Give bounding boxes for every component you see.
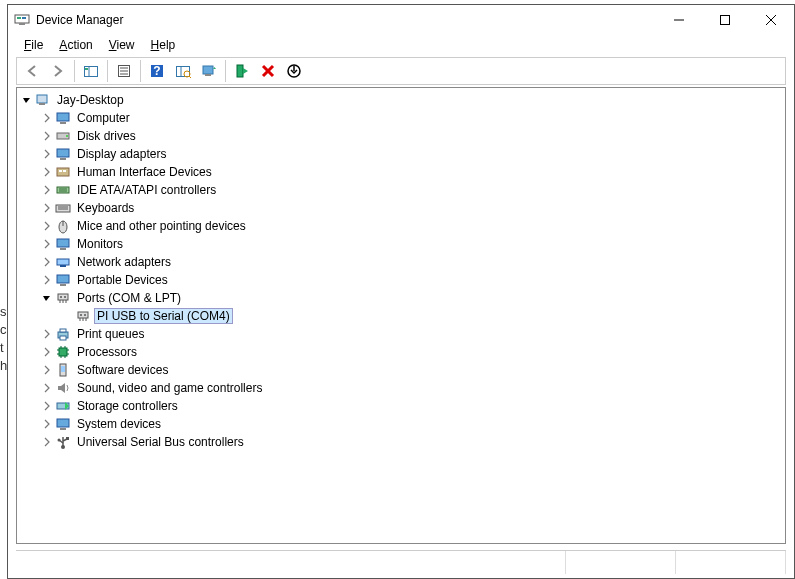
svg-rect-29 [57,113,69,121]
soft-icon [55,362,71,378]
expand-icon[interactable] [41,400,53,412]
expand-icon[interactable] [41,220,53,232]
svg-rect-77 [61,366,65,372]
close-button[interactable] [748,5,794,35]
tree-node-label: Print queues [75,327,146,341]
menu-view[interactable]: View [103,37,141,53]
tree-node[interactable]: Keyboards [17,199,785,217]
device-tree[interactable]: Jay-DesktopComputerDisk drivesDisplay ad… [16,87,786,544]
enable-device-button[interactable] [230,59,254,83]
svg-rect-33 [57,149,69,157]
monitor-icon [55,416,71,432]
menu-action[interactable]: Action [53,37,98,53]
toolbar-separator [107,60,108,82]
svg-rect-58 [78,312,88,318]
statusbar [16,550,786,574]
expand-icon[interactable] [41,436,53,448]
cpu-icon [55,344,71,360]
expand-icon[interactable] [41,184,53,196]
expand-icon[interactable] [41,148,53,160]
tree-node[interactable]: Display adapters [17,145,785,163]
menu-help-rest: elp [159,38,175,52]
tree-node-label: Network adapters [75,255,173,269]
svg-rect-3 [19,23,25,25]
tree-node[interactable]: Mice and other pointing devices [17,217,785,235]
menu-file[interactable]: File [18,37,49,53]
svg-rect-66 [60,336,66,340]
port-icon [75,308,91,324]
scan-hardware-button[interactable] [171,59,195,83]
tree-node[interactable]: IDE ATA/ATAPI controllers [17,181,785,199]
svg-point-60 [84,314,86,316]
tree-node-label: Disk drives [75,129,138,143]
back-button[interactable] [20,59,44,83]
update-driver-button[interactable] [197,59,221,83]
uninstall-device-button[interactable] [256,59,280,83]
disable-device-button[interactable] [282,59,306,83]
expand-icon[interactable] [41,112,53,124]
tree-node[interactable]: Human Interface Devices [17,163,785,181]
tree-node[interactable]: Network adapters [17,253,785,271]
expand-icon[interactable] [41,328,53,340]
tree-node-label: Sound, video and game controllers [75,381,264,395]
tree-node[interactable]: Print queues [17,325,785,343]
tree-leaf[interactable]: PI USB to Serial (COM4) [17,307,785,325]
collapse-icon[interactable] [41,292,53,304]
svg-rect-52 [58,294,68,300]
menu-help[interactable]: Help [145,37,182,53]
show-hide-tree-button[interactable] [79,59,103,83]
tree-node[interactable]: Storage controllers [17,397,785,415]
tree-node[interactable]: Monitors [17,235,785,253]
titlebar: Device Manager [8,5,794,35]
svg-line-20 [189,76,191,78]
svg-rect-37 [63,170,66,172]
background-page-fragment: s c t h [0,303,7,375]
tree-node-label: IDE ATA/ATAPI controllers [75,183,218,197]
tree-node[interactable]: Ports (COM & LPT) [17,289,785,307]
expand-icon[interactable] [41,202,53,214]
expand-icon[interactable] [41,130,53,142]
tree-node[interactable]: Computer [17,109,785,127]
tree-node[interactable]: System devices [17,415,785,433]
svg-rect-47 [60,248,66,250]
expand-icon[interactable] [41,274,53,286]
expand-icon[interactable] [41,346,53,358]
tree-node-label: Processors [75,345,139,359]
expand-icon[interactable] [41,166,53,178]
tree-node[interactable]: Disk drives [17,127,785,145]
expand-icon[interactable] [41,364,53,376]
monitor-icon [55,110,71,126]
expand-icon[interactable] [41,256,53,268]
status-cell-main [16,551,566,574]
expand-icon[interactable] [41,418,53,430]
properties-button[interactable] [112,59,136,83]
tree-node[interactable]: Sound, video and game controllers [17,379,785,397]
tree-node-label: Software devices [75,363,170,377]
help-button[interactable]: ? [145,59,169,83]
svg-rect-38 [57,187,69,193]
tree-node-label: Storage controllers [75,399,180,413]
status-cell-2 [566,551,676,574]
window-title: Device Manager [36,13,656,27]
app-icon [14,12,30,28]
tree-node[interactable]: Software devices [17,361,785,379]
tree-root[interactable]: Jay-Desktop [17,91,785,109]
monitor-icon [55,272,71,288]
tree-node[interactable]: Processors [17,343,785,361]
computer-icon [35,92,51,108]
expand-icon[interactable] [41,382,53,394]
minimize-button[interactable] [656,5,702,35]
tree-node[interactable]: Universal Serial Bus controllers [17,433,785,451]
forward-button[interactable] [46,59,70,83]
maximize-button[interactable] [702,5,748,35]
tree-node[interactable]: Portable Devices [17,271,785,289]
menubar: File Action View Help [8,35,794,55]
svg-rect-30 [60,122,66,124]
expand-icon[interactable] [41,238,53,250]
tree-root-label: Jay-Desktop [55,93,126,107]
svg-rect-22 [205,74,211,76]
svg-rect-1 [17,17,21,19]
device-manager-window: Device Manager File Action View Help ? J… [7,4,795,579]
ide-icon [55,182,71,198]
collapse-icon[interactable] [21,94,33,106]
